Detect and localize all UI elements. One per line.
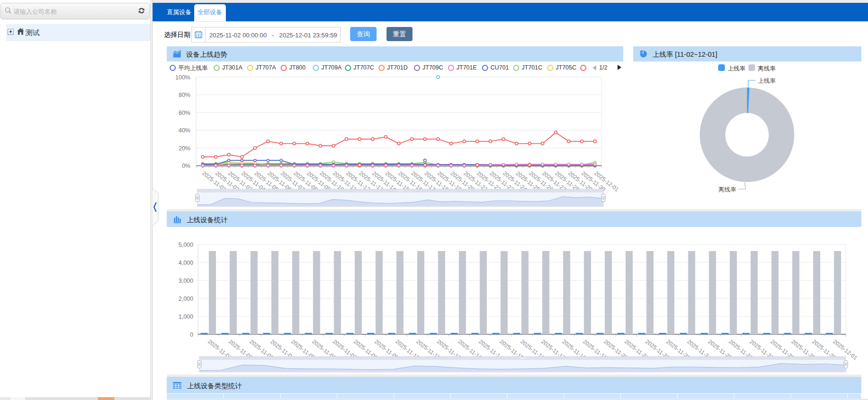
svg-text:5,000: 5,000 bbox=[179, 242, 193, 248]
svg-text:4,000: 4,000 bbox=[179, 260, 193, 266]
svg-text:40%: 40% bbox=[179, 127, 190, 134]
svg-text:80%: 80% bbox=[179, 92, 190, 98]
svg-text:1,000: 1,000 bbox=[179, 313, 193, 320]
svg-text:60%: 60% bbox=[179, 110, 190, 116]
svg-text:20%: 20% bbox=[179, 145, 190, 152]
svg-text:3,000: 3,000 bbox=[179, 278, 193, 284]
svg-text:离线率: 离线率 bbox=[719, 186, 737, 193]
svg-text:0: 0 bbox=[190, 331, 193, 338]
svg-text:上线率: 上线率 bbox=[758, 78, 776, 84]
svg-text:0%: 0% bbox=[182, 163, 190, 169]
svg-text:2,000: 2,000 bbox=[179, 296, 193, 302]
svg-text:100%: 100% bbox=[175, 74, 190, 81]
